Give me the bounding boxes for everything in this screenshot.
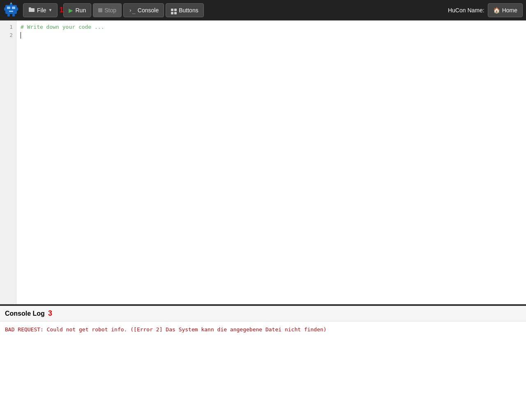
main-area: 1 2 # Write down your code ... Console L… [0,21,526,420]
play-icon: ▶ [69,7,73,14]
console-log-title: Console Log [5,310,45,317]
step1-badge: 1 [59,6,63,14]
code-editor[interactable]: # Write down your code ... [16,21,526,304]
console-header: Console Log 3 [0,306,526,321]
svg-rect-1 [7,7,10,9]
run-label: Run [75,7,86,14]
app-logo [3,2,23,19]
console-button[interactable]: ›_ Console [123,3,164,17]
terminal-icon: ›_ [129,7,136,14]
home-button[interactable]: 🏠 Home [488,3,523,17]
home-label: Home [502,7,517,14]
file-label: File [37,7,46,14]
nav-right: HuCon Name: 🏠 Home [448,3,523,17]
step3-badge: 3 [48,309,52,318]
editor-comment-line: # Write down your code ... [21,23,522,31]
hucon-name-label: HuCon Name: [448,7,484,14]
grid-icon [171,6,177,14]
svg-rect-6 [4,7,6,11]
buttons-button[interactable]: Buttons [166,3,203,17]
navbar: File ▼ 1 ▶ Run Stop ›_ Console Buttons [0,0,526,21]
buttons-label: Buttons [179,7,198,14]
editor-wrapper: 1 2 # Write down your code ... [0,21,526,305]
svg-rect-5 [11,2,12,4]
svg-rect-7 [16,7,18,11]
text-cursor [21,32,21,39]
run-button[interactable]: ▶ Run [63,3,91,17]
folder-icon [28,7,35,14]
stop-label: Stop [104,7,116,14]
console-body: BAD REQUEST: Could not get robot info. (… [0,321,526,420]
svg-rect-3 [9,11,13,12]
svg-rect-2 [12,7,15,9]
svg-rect-9 [12,14,15,16]
file-button[interactable]: File ▼ [23,3,58,17]
svg-rect-0 [5,5,17,14]
svg-rect-8 [7,14,10,16]
line-num-1: 1 [3,23,13,31]
line-num-2: 2 [3,31,13,39]
dropdown-arrow-icon: ▼ [48,8,53,12]
line-numbers: 1 2 [0,21,16,304]
editor-container: 1 2 # Write down your code ... Console L… [0,21,526,420]
cursor-line [21,31,522,39]
stop-button[interactable]: Stop [93,3,122,17]
console-error-message: BAD REQUEST: Could not get robot info. (… [5,326,521,334]
console-label: Console [138,7,159,14]
console-area: Console Log 3 BAD REQUEST: Could not get… [0,305,526,420]
home-icon: 🏠 [493,7,500,14]
stop-icon [98,8,102,12]
